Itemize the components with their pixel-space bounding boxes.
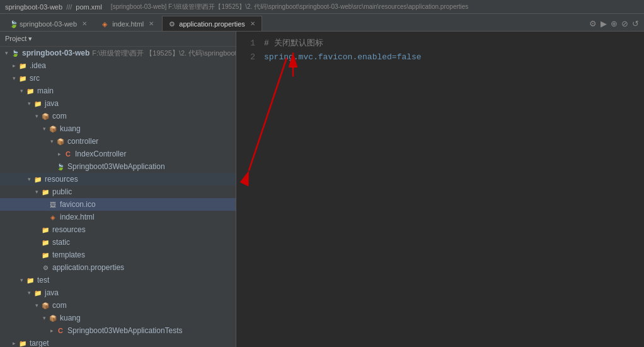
tree-item-resources-main[interactable]: 📁 resources	[0, 173, 236, 185]
item-label-kuang: kuang	[60, 124, 81, 133]
folder-kuang-icon: 📦	[48, 124, 58, 134]
tree-item-indexcontroller[interactable]: C IndexController	[0, 148, 236, 160]
tab-index-close[interactable]: ✕	[149, 20, 154, 27]
tree-item-kuang[interactable]: 📦 kuang	[0, 122, 236, 135]
title-bar: springboot-03-web /// pom.xml [springboo…	[0, 0, 644, 14]
tree-item-resources-sub[interactable]: 📁 resources	[0, 223, 236, 236]
tree-item-indexhtml[interactable]: ◈ index.html	[0, 211, 236, 223]
spring-icon: 🍃	[9, 20, 17, 28]
html-file-icon: ◈	[48, 212, 58, 222]
html-icon: ◈	[102, 20, 110, 28]
tree-item-springbootapp[interactable]: 🍃 Springboot03WebApplication	[0, 160, 236, 173]
arrow-public	[33, 189, 40, 195]
item-label-java-test: java	[45, 288, 59, 297]
item-label-src: src	[30, 74, 40, 83]
line-num-1: 1	[236, 37, 255, 50]
tree-item-public[interactable]: 📁 public	[0, 185, 236, 198]
spring-class-icon: 🍃	[55, 162, 66, 172]
properties-file-icon: ⚙	[40, 262, 50, 273]
tree-item-com[interactable]: 📦 com	[0, 110, 236, 122]
item-label-resources-sub: resources	[52, 225, 86, 234]
tree-item-static[interactable]: 📁 static	[0, 236, 236, 249]
settings-icon[interactable]: ⚙	[589, 19, 597, 28]
item-label-kuang-test: kuang	[60, 314, 81, 322]
tree-item-root[interactable]: 🍃 springboot-03-web F:\班级管理\西开 【19525】\2…	[0, 47, 236, 59]
arrow-target	[10, 340, 18, 346]
arrow-idea	[10, 62, 18, 69]
title-path: [springboot-03-web] F:\班级管理\西开【19525】\2.…	[111, 3, 468, 11]
tree-item-appprops[interactable]: ⚙ application.properties	[0, 261, 236, 274]
sidebar-title: Project ▾	[5, 35, 32, 43]
item-label-public: public	[52, 187, 72, 196]
folder-com-test-icon: 📦	[40, 300, 50, 310]
code-text-2: spring.mvc.favicon.enabled=false	[264, 52, 422, 62]
tab-application[interactable]: ⚙ application.properties ✕	[162, 16, 262, 31]
comment-text: # 关闭默认图标	[264, 38, 323, 48]
tree-item-com-test[interactable]: 📦 com	[0, 299, 236, 312]
tree-item-controller[interactable]: 📦 controller	[0, 135, 236, 148]
item-label-indexhtml: index.html	[60, 213, 95, 221]
item-label-indexcontroller: IndexController	[75, 150, 126, 158]
tree-item-src[interactable]: 📁 src	[0, 72, 236, 85]
tree-item-java-test[interactable]: 📁 java	[0, 286, 236, 299]
folder-main-icon: 📁	[25, 86, 35, 96]
tab-index[interactable]: ◈ index.html ✕	[95, 16, 161, 31]
code-line-2: spring.mvc.favicon.enabled=false	[264, 50, 644, 64]
tree-item-target[interactable]: 📁 target	[0, 337, 236, 347]
item-label-test: test	[37, 276, 49, 285]
folder-kuang-test-icon: 📦	[48, 313, 58, 323]
editor-area: 1 2 # 关闭默认图标 spring.mvc.favicon.enabled=…	[236, 32, 644, 347]
main-area: Project ▾ 🍃 springboot-03-web F:\班级管理\西开…	[0, 32, 644, 347]
toolbar-right: ⚙ ▶ ⊕ ⊘ ↺	[589, 19, 641, 31]
tree-item-kuang-test[interactable]: 📦 kuang	[0, 312, 236, 324]
folder-java-test-icon: 📁	[33, 288, 43, 298]
arrow-java-test	[25, 290, 33, 296]
tree-item-templates[interactable]: 📁 templates	[0, 249, 236, 261]
folder-test-icon: 📁	[25, 275, 35, 285]
folder-target-icon: 📁	[18, 338, 28, 347]
tree-item-main[interactable]: 📁 main	[0, 85, 236, 97]
item-label-appprops: application.properties	[52, 263, 124, 272]
title-file: pom.xml	[76, 3, 102, 11]
folder-resources-icon: 📁	[33, 174, 43, 184]
add-icon[interactable]: ⊕	[611, 19, 618, 28]
run-icon[interactable]: ▶	[601, 19, 607, 28]
tab-springboot-close[interactable]: ✕	[82, 20, 87, 27]
item-label-root: springboot-03-web	[22, 49, 89, 57]
tree-item-faviconico[interactable]: 🖼 favicon.ico	[0, 198, 236, 211]
project-icon: 🍃	[10, 48, 20, 58]
item-label-faviconico: favicon.ico	[60, 200, 96, 209]
folder-com-icon: 📦	[40, 111, 50, 121]
code-area[interactable]: # 关闭默认图标 spring.mvc.favicon.enabled=fals…	[259, 32, 644, 347]
arrow-controller	[48, 138, 55, 144]
arrow-root	[3, 50, 10, 56]
tree-item-idea[interactable]: 📁 .idea	[0, 59, 236, 72]
arrow-src	[10, 75, 18, 81]
tree-item-java[interactable]: 📁 java	[0, 97, 236, 110]
arrow-test	[18, 277, 25, 283]
item-label-resources-main: resources	[45, 175, 78, 184]
sidebar: Project ▾ 🍃 springboot-03-web F:\班级管理\西开…	[0, 32, 236, 347]
tab-application-close[interactable]: ✕	[250, 20, 255, 27]
folder-templates-icon: 📁	[40, 250, 50, 260]
editor-content[interactable]: 1 2 # 关闭默认图标 spring.mvc.favicon.enabled=…	[236, 32, 644, 347]
item-label-main: main	[37, 86, 54, 95]
remove-icon[interactable]: ⊘	[621, 19, 628, 28]
arrow-resources-main	[25, 176, 33, 182]
folder-controller-icon: 📦	[55, 136, 66, 146]
item-label-com: com	[52, 112, 67, 121]
line-num-2: 2	[236, 50, 255, 64]
sidebar-header: Project ▾	[0, 32, 236, 47]
item-label-static: static	[52, 238, 70, 247]
folder-resources-sub-icon: 📁	[40, 225, 50, 235]
tab-application-label: application.properties	[179, 20, 245, 28]
refresh-icon[interactable]: ↺	[632, 19, 639, 28]
folder-src-icon: 📁	[18, 73, 28, 83]
arrow-springboottests	[48, 327, 55, 334]
item-label-controller: controller	[67, 137, 98, 146]
code-line-1: # 关闭默认图标	[264, 37, 644, 50]
tree-item-springboottests[interactable]: C Springboot03WebApplicationTests	[0, 324, 236, 337]
tab-springboot[interactable]: 🍃 springboot-03-web ✕	[3, 16, 94, 31]
tree-item-test[interactable]: 📁 test	[0, 274, 236, 286]
arrow-main	[18, 88, 25, 94]
